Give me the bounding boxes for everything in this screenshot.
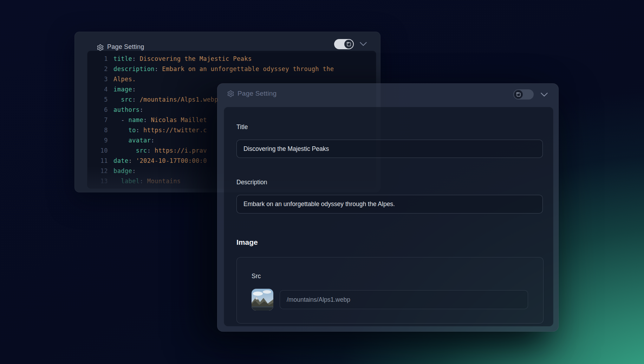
image-card: Src: [236, 257, 544, 324]
line-number: 1: [87, 54, 108, 64]
code-line-content: badge:: [113, 166, 136, 176]
toggle-knob: [344, 40, 353, 49]
code-icon: [516, 92, 521, 97]
code-line-content: image:: [113, 84, 136, 95]
code-line-content: title: Discovering the Majestic Peaks: [113, 54, 252, 64]
line-number: 3: [87, 74, 108, 84]
line-number: 12: [87, 166, 108, 176]
code-line: 2description: Embark on an unforgettable…: [87, 64, 376, 74]
description-label: Description: [236, 179, 267, 186]
line-number: 10: [87, 146, 108, 156]
code-line-content: avatar:: [113, 135, 155, 146]
toggle-knob: [514, 90, 523, 99]
code-line-content: date: '2024-10-17T00:00:0: [113, 156, 207, 166]
code-line: 1title: Discovering the Majestic Peaks: [87, 54, 376, 64]
line-number: 13: [87, 176, 108, 186]
code-line-content: description: Embark on an unforgettable …: [113, 64, 334, 74]
code-line-content: authors:: [113, 105, 143, 115]
code-line-content: Alpes.: [113, 74, 136, 84]
line-number: 2: [87, 64, 108, 74]
desktop-background: Page Setting 1title: Discovering the Maj…: [0, 0, 644, 364]
panel-title: Page Setting: [238, 90, 277, 97]
src-label: Src: [252, 273, 261, 280]
code-line-content: - name: Nicolas Maillet: [113, 115, 207, 125]
description-input[interactable]: [236, 195, 543, 213]
chevron-down-icon[interactable]: [359, 41, 368, 49]
code-icon: [346, 41, 351, 47]
image-section-heading: Image: [236, 238, 258, 247]
code-line-content: src: /mountains/Alps1.webp: [113, 95, 218, 105]
code-line: 3Alpes.: [87, 74, 376, 84]
title-input[interactable]: [236, 140, 543, 158]
gear-icon: [227, 90, 234, 97]
panel-title: Page Setting: [107, 43, 144, 51]
image-thumbnail[interactable]: [252, 289, 273, 311]
src-input[interactable]: [280, 290, 528, 309]
code-line-content: src: https://i.prav: [113, 146, 207, 156]
line-number: 4: [87, 84, 108, 95]
form-panel: Page Setting Title Description Image Src: [217, 83, 559, 332]
chevron-down-icon[interactable]: [540, 91, 549, 99]
code-view-toggle[interactable]: [513, 89, 534, 100]
code-line-content: label: Mountains: [113, 176, 181, 186]
form-container: Title Description Image Src: [224, 107, 553, 326]
line-number: 7: [87, 115, 108, 125]
line-number: 9: [87, 135, 108, 146]
code-line-content: to: https://twitter.c: [113, 125, 207, 135]
gear-icon: [97, 44, 104, 51]
code-view-toggle[interactable]: [334, 39, 354, 49]
line-number: 8: [87, 125, 108, 135]
line-number: 11: [87, 156, 108, 166]
title-label: Title: [236, 123, 248, 131]
line-number: 5: [87, 95, 108, 105]
line-number: 6: [87, 105, 108, 115]
